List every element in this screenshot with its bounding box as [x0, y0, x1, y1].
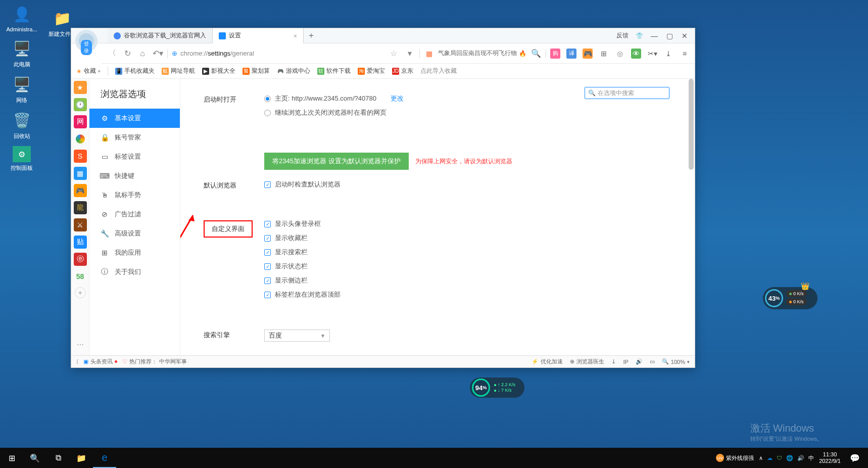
tray-security-icon[interactable]: 🛡 [777, 455, 782, 461]
settings-search[interactable]: 🔍 在选项中搜索 [585, 87, 669, 99]
taskbar-notifications[interactable]: 💬 [846, 448, 864, 468]
reload-button[interactable]: ↻ [122, 48, 133, 59]
taskbar-weather[interactable]: UV 紫外线很强 [716, 454, 754, 462]
tray-onedrive-icon[interactable]: ☁ [767, 455, 773, 461]
feedback-link[interactable]: 反馈 [616, 31, 629, 40]
scissors-icon[interactable]: ✂▾ [647, 49, 657, 59]
desktop-icon-admin[interactable]: 👤Administra... [4, 4, 39, 32]
bookmark-juhuasuan[interactable]: 聚聚划算 [243, 67, 270, 75]
bookmark-nav[interactable]: 航网址导航 [162, 67, 195, 75]
float-widget-1[interactable]: 👑 43% 0 K/s 0 K/s [763, 287, 817, 309]
taskbar-taskview[interactable]: ⧉ [46, 448, 70, 468]
sidebar-app-1[interactable]: ★ [74, 81, 87, 94]
undo-button[interactable]: ↶▾ [152, 48, 163, 59]
settings-menu-apps[interactable]: ⊞我的应用 [89, 243, 180, 262]
check-searchbar[interactable]: 显示搜索栏 [264, 248, 671, 257]
statusbar-screen-icon[interactable]: ▭ [650, 358, 655, 365]
home-button[interactable]: ⌂ [137, 48, 148, 59]
taskbar-edge[interactable]: e [93, 448, 116, 468]
bookmark-software[interactable]: 软软件下载 [317, 67, 351, 75]
new-tab-button[interactable]: ＋ [304, 28, 319, 43]
statusbar-doctor[interactable]: ⊕浏览器医生 [570, 358, 604, 365]
login-badge[interactable]: 登录 [81, 40, 92, 55]
settings-menu-about[interactable]: ⓘ关于我们 [89, 262, 180, 282]
game-icon[interactable]: 🎮 [583, 49, 593, 59]
favorites-button[interactable]: ★收藏▾ [76, 67, 101, 75]
tray-ime[interactable]: 中 [808, 454, 814, 462]
bookmark-import[interactable]: 点此导入收藏 [420, 67, 457, 75]
apps-icon[interactable]: ⊞ [599, 49, 609, 59]
tray-sound-icon[interactable]: 🔊 [797, 455, 804, 461]
translate-icon[interactable]: 译 [566, 49, 576, 59]
eye-icon[interactable]: 👁 [631, 49, 641, 59]
settings-menu-account[interactable]: 🔒账号管家 [89, 128, 180, 147]
back-button[interactable]: 〈 [107, 48, 118, 59]
settings-menu-shortcut[interactable]: ⌨快捷键 [89, 166, 180, 185]
bookmark-game[interactable]: 🎮游戏中心 [277, 67, 310, 75]
tab-settings[interactable]: 设置 × [213, 28, 304, 43]
search-engine-select[interactable]: 百度 ▼ [264, 330, 330, 342]
taskbar-search[interactable]: 🔍 [23, 448, 46, 468]
menu-icon[interactable]: ≡ [680, 49, 690, 59]
sidebar-app-10[interactable]: 贴 [74, 236, 87, 249]
sidebar-add[interactable]: + [75, 287, 86, 298]
desktop-icon-pc[interactable]: 🖥️此电脑 [4, 38, 39, 68]
settings-menu-basic[interactable]: ⚙基本设置 [89, 109, 180, 128]
check-tabtop[interactable]: 标签栏放在浏览器顶部 [264, 290, 671, 299]
avatar-login[interactable]: 登录 [75, 30, 98, 52]
settings-menu-mouse[interactable]: 🖱鼠标手势 [89, 185, 180, 205]
tray-network-icon[interactable]: 🌐 [786, 455, 793, 461]
taskbar-explorer[interactable]: 📁 [70, 448, 93, 468]
statusbar-hot[interactable]: ♡热门推荐：中华网军事 [122, 358, 187, 365]
minimize-button[interactable]: — [650, 32, 658, 40]
sidebar-app-chrome[interactable] [74, 132, 87, 146]
settings-menu-adblock[interactable]: ⊘广告过滤 [89, 205, 180, 224]
sidebar-app-2[interactable]: 🕐 [74, 98, 87, 111]
statusbar-optimize[interactable]: ⚡优化加速 [532, 358, 563, 365]
download-icon[interactable]: ⤓ [663, 49, 673, 59]
sidebar-app-9[interactable]: ⚔ [74, 218, 87, 231]
sidebar-app-8[interactable]: 龍 [74, 201, 87, 214]
url-display[interactable]: ⊕ chrome://settings/general [172, 50, 383, 57]
start-button[interactable]: ⊞ [0, 448, 23, 468]
desktop-icon-network[interactable]: 🖥️网络 [4, 74, 39, 104]
tab-google-download[interactable]: 谷歌浏览器下载_浏览器官网入 [108, 28, 213, 43]
buy-icon[interactable]: 购 [550, 49, 560, 59]
sidebar-app-3[interactable]: 网 [74, 115, 87, 128]
target-icon[interactable]: ◎ [615, 49, 625, 59]
star-icon[interactable]: ☆ [390, 49, 397, 58]
search-icon[interactable]: 🔍 [531, 48, 542, 59]
statusbar-chevron[interactable]: ⟨ [76, 358, 78, 365]
sidebar-app-6[interactable]: ▦ [74, 167, 87, 180]
desktop-icon-control[interactable]: ⚙控制面板 [4, 146, 39, 172]
bookmark-video[interactable]: ▶影视大全 [202, 67, 235, 75]
scrollbar[interactable] [689, 79, 694, 170]
check-sidebar[interactable]: 显示侧边栏 [264, 276, 671, 285]
desktop-icon-recycle[interactable]: 🗑️回收站 [4, 110, 39, 140]
float-widget-2[interactable]: 94% ↑ 2.2 K/s ↓ 7 K/s [470, 378, 524, 398]
close-tab-icon[interactable]: × [294, 33, 297, 39]
settings-menu-advanced[interactable]: 🔧高级设置 [89, 224, 180, 243]
statusbar-zoom[interactable]: 🔍100%▾ [662, 358, 690, 365]
check-favbar[interactable]: 显示收藏栏 [264, 233, 671, 243]
sidebar-app-12[interactable]: 58 [74, 270, 87, 283]
maximize-button[interactable]: ▢ [665, 32, 673, 40]
close-button[interactable]: ✕ [681, 32, 689, 40]
statusbar-ip-icon[interactable]: IP [623, 359, 628, 365]
settings-menu-tabs[interactable]: ▭标签设置 [89, 147, 180, 166]
bookmark-taobao[interactable]: 淘爱淘宝 [358, 67, 385, 75]
news-ticker[interactable]: 气象局回应南昌现不明飞行物 🔥 [438, 49, 526, 58]
tray-chevron[interactable]: ∧ [759, 455, 763, 461]
check-default-checkbox[interactable]: 启动时检查默认浏览器 [264, 180, 671, 189]
sidebar-app-5[interactable]: S [74, 150, 87, 163]
sidebar-more[interactable]: ⋯ [74, 338, 87, 351]
check-statusbar[interactable]: 显示状态栏 [264, 262, 671, 271]
change-link[interactable]: 更改 [391, 94, 404, 103]
check-avatar[interactable]: 显示头像登录框 [264, 219, 671, 228]
dropdown-icon[interactable]: ▾ [404, 48, 415, 59]
sidebar-app-7[interactable]: 🎮 [74, 184, 87, 197]
taskbar-clock[interactable]: 11:30 2022/9/1 [819, 451, 841, 464]
statusbar-news[interactable]: ▣头条资讯 [83, 358, 117, 365]
skin-icon[interactable]: 👕 [636, 32, 643, 39]
startup-continue-radio[interactable]: 继续浏览上次关闭浏览器时在看的网页 [264, 108, 671, 117]
